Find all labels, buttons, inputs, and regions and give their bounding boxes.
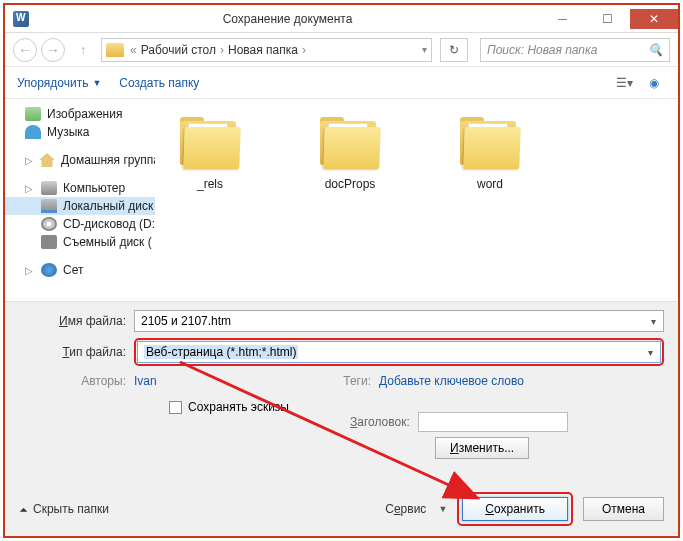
chevron-down-icon[interactable]: ▾ [642,344,658,360]
title-input[interactable] [418,412,568,432]
sidebar-item[interactable]: ▷Компьютер [5,179,155,197]
disk-icon [41,199,57,213]
word-app-icon [13,11,29,27]
sidebar-item[interactable]: Изображения [5,105,155,123]
folder-icon [318,117,382,169]
sidebar-item[interactable]: ▷Домашняя группа [5,151,155,169]
address-bar[interactable]: « Рабочий стол › Новая папка › ▾ [101,38,432,62]
usb-icon [41,235,57,249]
comp-icon [41,181,57,195]
minimize-button[interactable]: ─ [540,9,585,29]
sidebar-item-label: Изображения [47,107,122,121]
change-button[interactable]: Изменить... [435,437,529,459]
bottom-panel: Имя файла: 2105 и 2107.htm ▾ Тип файла: … [5,301,678,536]
breadcrumb-item[interactable]: Новая папка [228,43,298,57]
tags-label: Теги: [319,374,379,388]
folder-label: word [477,177,503,191]
save-thumb-label: Сохранять эскизы [188,400,289,414]
folder-icon [178,117,242,169]
titlebar: Сохранение документа ─ ☐ ✕ [5,5,678,33]
folder-item[interactable]: _rels [165,117,255,191]
sidebar-item-label: Сет [63,263,83,277]
sidebar-item[interactable]: ▷Сет [5,261,155,279]
sidebar: ИзображенияМузыка▷Домашняя группа▷Компью… [5,99,155,301]
search-input[interactable]: Поиск: Новая папка 🔍 [480,38,670,62]
sidebar-item[interactable]: Съемный диск ( [5,233,155,251]
maximize-button[interactable]: ☐ [585,9,630,29]
sidebar-item-label: Компьютер [63,181,125,195]
filename-input[interactable]: 2105 и 2107.htm ▾ [134,310,664,332]
view-options-icon[interactable]: ☰▾ [612,72,636,94]
filetype-select[interactable]: Веб-страница (*.htm;*.html) ▾ [137,341,661,363]
nav-bar: ← → ↑ « Рабочий стол › Новая папка › ▾ ↻… [5,33,678,67]
service-menu[interactable]: Сервис [385,502,426,516]
save-thumb-checkbox[interactable] [169,401,182,414]
chevron-down-icon[interactable]: ▾ [422,44,427,55]
new-folder-button[interactable]: Создать папку [119,76,199,90]
sidebar-item-label: Музыка [47,125,89,139]
sidebar-item[interactable]: CD-дисковод (D: [5,215,155,233]
home-icon [39,153,55,167]
chevron-down-icon[interactable]: ▼ [438,504,447,514]
mus-icon [25,125,41,139]
file-list[interactable]: _relsdocPropsword [155,99,678,301]
sidebar-item-label: Локальный диск [63,199,153,213]
folder-icon [106,43,124,57]
close-button[interactable]: ✕ [630,9,678,29]
organize-menu[interactable]: Упорядочить▼ [17,76,101,90]
sidebar-item[interactable]: Локальный диск [5,197,155,215]
folder-icon [458,117,522,169]
cd-icon [41,217,57,231]
forward-button[interactable]: → [41,38,65,62]
chevron-down-icon[interactable]: ▾ [645,313,661,329]
folder-label: docProps [325,177,376,191]
toolbar: Упорядочить▼ Создать папку ☰▾ ◉ [5,67,678,99]
sidebar-item[interactable]: Музыка [5,123,155,141]
search-icon: 🔍 [648,43,663,57]
sidebar-item-label: CD-дисковод (D: [63,217,155,231]
folder-item[interactable]: word [445,117,535,191]
refresh-button[interactable]: ↻ [440,38,468,62]
title-label: Заголовок: [350,415,410,429]
folder-item[interactable]: docProps [305,117,395,191]
folder-label: _rels [197,177,223,191]
authors-value[interactable]: Ivan [134,374,157,388]
back-button[interactable]: ← [13,38,37,62]
filename-label: Имя файла: [19,314,134,328]
save-button[interactable]: Сохранить [462,497,568,521]
sidebar-item-label: Домашняя группа [61,153,155,167]
help-icon[interactable]: ◉ [642,72,666,94]
window-title: Сохранение документа [35,12,540,26]
sidebar-item-label: Съемный диск ( [63,235,152,249]
net-icon [41,263,57,277]
hide-folders-toggle[interactable]: ⏶ Скрыть папки [19,502,109,516]
authors-label: Авторы: [19,374,134,388]
cancel-button[interactable]: Отмена [583,497,664,521]
up-button[interactable]: ↑ [73,40,93,60]
filetype-label: Тип файла: [19,345,134,359]
breadcrumb-item[interactable]: Рабочий стол [141,43,216,57]
tags-link[interactable]: Добавьте ключевое слово [379,374,524,388]
pic-icon [25,107,41,121]
